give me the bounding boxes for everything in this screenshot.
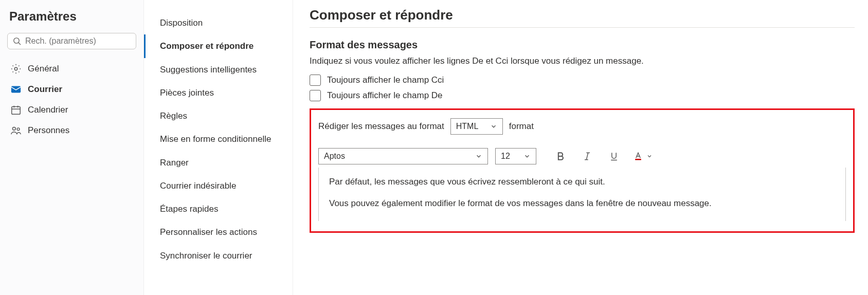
font-family-select[interactable]: Aptos xyxy=(318,148,488,164)
search-box[interactable] xyxy=(7,33,136,49)
highlight-box: Rédiger les messages au format HTML form… xyxy=(310,108,855,233)
svg-point-8 xyxy=(12,127,15,130)
subnav-sweep[interactable]: Ranger xyxy=(144,151,293,174)
chevron-down-icon xyxy=(523,153,531,160)
underline-button[interactable] xyxy=(604,147,624,165)
sidebar-item-label: Courrier xyxy=(28,84,62,95)
subnav-attachments[interactable]: Pièces jointes xyxy=(144,81,293,104)
svg-rect-4 xyxy=(12,107,21,115)
font-color-button[interactable] xyxy=(631,147,655,165)
sidebar-item-calendar[interactable]: Calendrier xyxy=(7,100,136,120)
format-row: Rédiger les messages au format HTML form… xyxy=(318,118,846,135)
subnav-customize-actions[interactable]: Personnaliser les actions xyxy=(144,220,293,244)
checkbox-from[interactable] xyxy=(310,90,321,101)
svg-point-9 xyxy=(17,128,20,131)
checkbox-row-bcc[interactable]: Toujours afficher le champ Cci xyxy=(310,75,855,86)
svg-rect-14 xyxy=(635,159,641,160)
italic-icon xyxy=(582,151,592,161)
sidebar-item-general[interactable]: Général xyxy=(7,59,136,79)
svg-point-2 xyxy=(14,67,17,70)
search-icon xyxy=(13,37,21,45)
compose-format-prefix: Rédiger les messages au format xyxy=(318,121,444,132)
chevron-down-icon xyxy=(490,123,497,130)
subnav-quick-steps[interactable]: Étapes rapides xyxy=(144,197,293,220)
checkbox-label: Toujours afficher le champ Cci xyxy=(327,75,444,85)
checkbox-row-from[interactable]: Toujours afficher le champ De xyxy=(310,90,855,101)
settings-title: Paramètres xyxy=(7,9,136,24)
people-icon xyxy=(10,125,22,136)
subnav-smart-suggestions[interactable]: Suggestions intelligentes xyxy=(144,58,293,81)
subnav-disposition[interactable]: Disposition xyxy=(144,11,293,34)
subnav-rules[interactable]: Règles xyxy=(144,104,293,127)
bold-icon xyxy=(555,151,566,161)
format-select-value: HTML xyxy=(456,122,479,131)
sidebar-item-people[interactable]: Personnes xyxy=(7,120,136,141)
format-toolbar: Aptos 12 xyxy=(318,147,846,165)
sidebar-item-label: Calendrier xyxy=(28,105,68,115)
sidebar-item-mail[interactable]: Courrier xyxy=(7,79,136,100)
underline-icon xyxy=(609,151,619,161)
italic-button[interactable] xyxy=(577,147,597,165)
preview-line: Vous pouvez également modifier le format… xyxy=(329,198,838,209)
svg-line-1 xyxy=(19,43,21,45)
svg-line-12 xyxy=(586,153,588,159)
search-input[interactable] xyxy=(25,36,131,46)
calendar-icon xyxy=(10,104,22,116)
format-select[interactable]: HTML xyxy=(450,118,503,135)
chevron-down-icon xyxy=(475,153,482,160)
subnav-conditional-formatting[interactable]: Mise en forme conditionnelle xyxy=(144,127,293,151)
font-size-select[interactable]: 12 xyxy=(495,148,536,164)
chevron-down-icon xyxy=(646,153,653,159)
font-family-value: Aptos xyxy=(324,152,345,161)
gear-icon xyxy=(10,63,22,75)
font-color-icon xyxy=(633,151,643,161)
settings-subnav: Disposition Composer et répondre Suggest… xyxy=(144,0,293,295)
subnav-junk[interactable]: Courrier indésirable xyxy=(144,174,293,197)
checkbox-bcc[interactable] xyxy=(310,75,321,86)
divider xyxy=(310,27,855,28)
section-title: Format des messages xyxy=(310,39,855,51)
subnav-compose-reply[interactable]: Composer et répondre xyxy=(144,34,293,58)
settings-content: Composer et répondre Format des messages… xyxy=(293,0,868,295)
section-description: Indiquez si vous voulez afficher les lig… xyxy=(310,56,855,66)
svg-rect-3 xyxy=(11,86,21,93)
mail-icon xyxy=(10,84,22,95)
subnav-sync-mail[interactable]: Synchroniser le courrier xyxy=(144,244,293,267)
font-size-value: 12 xyxy=(501,152,510,161)
sidebar-item-label: Général xyxy=(28,64,59,74)
page-title: Composer et répondre xyxy=(310,7,855,23)
sidebar-item-label: Personnes xyxy=(28,125,69,136)
bold-button[interactable] xyxy=(551,147,570,165)
format-preview: Par défaut, les messages que vous écrive… xyxy=(318,168,846,221)
preview-line: Par défaut, les messages que vous écrive… xyxy=(329,177,838,187)
checkbox-label: Toujours afficher le champ De xyxy=(327,90,443,101)
svg-point-0 xyxy=(14,38,19,43)
compose-format-suffix: format xyxy=(509,121,534,132)
settings-sidebar: Paramètres Général Courrier Calendrier P… xyxy=(0,0,144,295)
